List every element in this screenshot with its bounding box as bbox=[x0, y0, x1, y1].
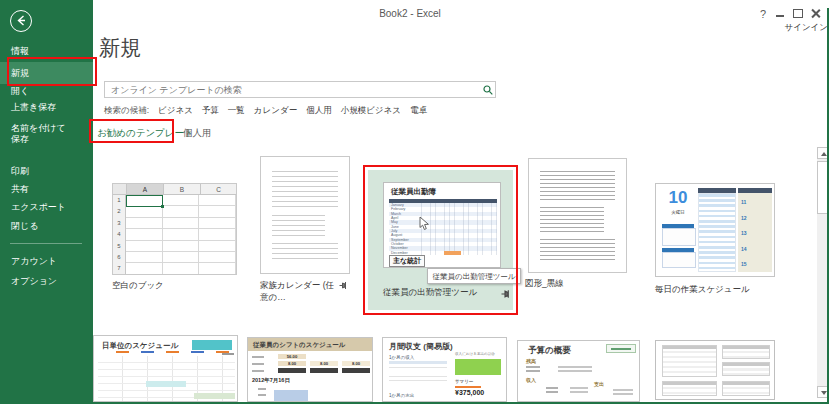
tab-personal[interactable]: 個人用 bbox=[183, 127, 212, 140]
tan-title-band: 従業員のシフトのスケジュール bbox=[248, 338, 373, 351]
document-lines bbox=[540, 171, 615, 201]
mini-table bbox=[722, 362, 770, 376]
tiny-row bbox=[558, 370, 592, 372]
sidebar-item-share[interactable]: 共有 bbox=[0, 184, 93, 195]
help-icon[interactable]: ? bbox=[756, 8, 770, 20]
suggestion-budget[interactable]: 予算 bbox=[202, 105, 219, 117]
template-monthly-budget-thumbnail[interactable]: 月間収支 (簡易版) 1か月の収入 1か月の支出 収入における支出の割合 サマリ… bbox=[382, 337, 507, 402]
budget-overview-title: 予算の概要 bbox=[528, 345, 571, 357]
row-label bbox=[252, 363, 264, 365]
sign-in-link[interactable]: サインイン bbox=[740, 22, 828, 34]
arrow-down-icon bbox=[821, 391, 827, 395]
tiny-row bbox=[570, 391, 588, 393]
suggestion-calculator[interactable]: 電卓 bbox=[410, 105, 427, 117]
sidebar-item-account[interactable]: アカウント bbox=[0, 256, 93, 267]
sidebar-item-print[interactable]: 印刷 bbox=[0, 166, 93, 177]
week-day-numbers: 11 12 13 14 15 bbox=[741, 195, 747, 273]
template-label-family-calendar[interactable]: 家族カレンダー (任意の… bbox=[260, 280, 338, 304]
sidebar-item-export[interactable]: エクスポート bbox=[0, 202, 93, 213]
template-budget-overview-thumbnail[interactable]: 予算の概要 残高 収入 支出 bbox=[517, 340, 640, 402]
teal-button bbox=[192, 340, 232, 350]
template-label-daily-work[interactable]: 毎日の作業スケジュール bbox=[655, 284, 750, 296]
template-daily-work-thumbnail[interactable]: 10 火曜日 11 12 13 14 15 bbox=[655, 183, 775, 277]
suggestion-list[interactable]: 一覧 bbox=[228, 105, 245, 117]
week-column: 11 12 13 14 15 bbox=[738, 188, 772, 272]
template-family-calendar-thumbnail[interactable] bbox=[260, 156, 350, 274]
template-label-blank-workbook[interactable]: 空白のブック bbox=[112, 280, 164, 292]
minimize-icon[interactable] bbox=[776, 15, 784, 17]
template-black-lines-thumbnail[interactable] bbox=[528, 158, 627, 273]
search-icon[interactable] bbox=[483, 85, 493, 95]
tiny-row bbox=[546, 387, 558, 389]
row-label bbox=[252, 370, 264, 372]
time-label bbox=[258, 388, 266, 390]
shift-date: 2012年7月16日 bbox=[252, 377, 290, 384]
weekday-label: 火曜日 bbox=[662, 210, 694, 215]
summary-total: ¥375,000 bbox=[455, 389, 484, 396]
shift-block bbox=[274, 390, 308, 402]
mini-table bbox=[722, 345, 770, 359]
column-header-orange bbox=[166, 351, 179, 353]
suggestion-personal[interactable]: 個人用 bbox=[306, 105, 332, 117]
tiny-row bbox=[526, 366, 540, 368]
arrow-up-icon bbox=[821, 152, 827, 156]
sidebar-item-close[interactable]: 閉じる bbox=[0, 221, 93, 232]
suggestion-smallbiz[interactable]: 小規模ビジネス bbox=[341, 105, 401, 117]
pin-icon[interactable] bbox=[339, 281, 349, 290]
mini-table bbox=[722, 381, 770, 396]
balance-section-label: 残高 bbox=[526, 358, 536, 364]
ratio-label: 収入における支出の割合 bbox=[455, 352, 503, 356]
back-button[interactable] bbox=[10, 10, 32, 32]
annotation-box-new-menu bbox=[7, 57, 97, 86]
tiny-row bbox=[570, 387, 588, 389]
column-header-orange bbox=[216, 351, 229, 353]
row-headers: 1 2 3 4 5 6 7 bbox=[113, 195, 126, 274]
sidebar-item-save-as[interactable]: 名前を付けて 保存 bbox=[0, 123, 93, 145]
selected-cell-a1 bbox=[126, 195, 163, 207]
excel-backstage-window: Book2 - Excel ? サインイン 情報 新規 開く 上書き保存 名前を… bbox=[0, 0, 829, 407]
annotation-box-recommended-tab bbox=[89, 119, 174, 143]
template-search-input[interactable] bbox=[104, 81, 496, 98]
document-lines bbox=[540, 207, 604, 233]
column-header-orange bbox=[116, 351, 129, 353]
employee-name-cell bbox=[278, 368, 306, 373]
template-report-thumbnail[interactable] bbox=[655, 340, 775, 400]
page-title: 新規 bbox=[99, 34, 141, 62]
green-ratio-box bbox=[455, 359, 501, 375]
sidebar-item-options[interactable]: オプション bbox=[0, 276, 93, 287]
shift-value-cell: 8.00 bbox=[342, 361, 370, 366]
window-border-bottom bbox=[0, 402, 829, 404]
suggestion-calendar[interactable]: カレンダー bbox=[254, 105, 297, 117]
sidebar-item-open[interactable]: 開く bbox=[0, 86, 93, 97]
document-lines bbox=[272, 215, 325, 237]
sidebar-item-info[interactable]: 情報 bbox=[0, 46, 93, 57]
maximize-icon[interactable] bbox=[793, 9, 803, 18]
grid-corner bbox=[113, 184, 126, 195]
green-event-cell bbox=[194, 393, 235, 399]
mini-table bbox=[662, 381, 717, 396]
sidebar-divider bbox=[10, 243, 82, 244]
week-column-header bbox=[738, 188, 772, 193]
sidebar-item-save[interactable]: 上書き保存 bbox=[0, 102, 93, 113]
template-blank-workbook-thumbnail[interactable]: A B C 1 2 3 4 5 6 7 bbox=[112, 183, 237, 275]
suggestion-business[interactable]: ビジネス bbox=[158, 105, 193, 117]
schedule-column bbox=[698, 193, 736, 272]
column-header-c: C bbox=[200, 184, 236, 195]
monthly-budget-title: 月間収支 (簡易版) bbox=[389, 341, 453, 352]
tiny-text bbox=[222, 353, 234, 355]
close-icon[interactable] bbox=[811, 9, 820, 18]
document-lines bbox=[540, 239, 615, 263]
column-header-b: B bbox=[163, 184, 200, 195]
template-shift-schedule-thumbnail[interactable]: 従業員のシフトのスケジュール 56.00 8.00 8.00 8.00 2012… bbox=[247, 337, 373, 402]
template-daily-schedule-thumbnail[interactable]: 日単位のスケジュール bbox=[93, 335, 238, 402]
employee-name-cell bbox=[310, 368, 338, 373]
tiny-row bbox=[546, 391, 558, 393]
shift-value-cell: 8.00 bbox=[310, 361, 338, 366]
template-label-black-lines[interactable]: 図形_黒線 bbox=[525, 278, 564, 290]
entry-button bbox=[606, 344, 636, 353]
tiny-row bbox=[526, 370, 540, 372]
shift-value-cell: 8.00 bbox=[278, 361, 306, 366]
time-label bbox=[258, 394, 266, 396]
day-number: 10 bbox=[662, 188, 694, 208]
tiny-text bbox=[611, 348, 631, 350]
